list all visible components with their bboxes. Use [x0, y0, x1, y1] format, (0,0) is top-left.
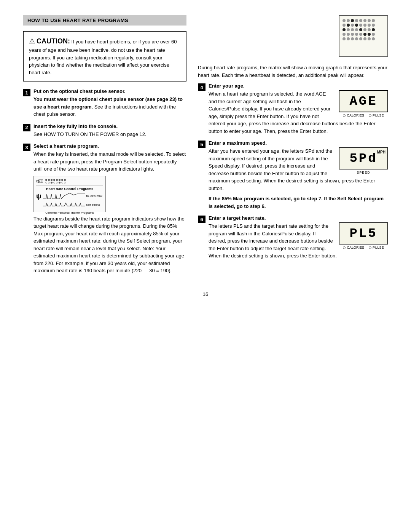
header-banner: HOW TO USE HEART RATE PROGRAMS	[23, 15, 186, 26]
pls-lcd-labels: CALORIES PULSE	[339, 246, 388, 249]
step-1: 1 Put on the optional chest pulse sensor…	[23, 88, 186, 118]
step-2-number: 2	[23, 124, 30, 131]
age-lcd-wrapper: AGE CALORIES PULSE	[339, 90, 388, 117]
step-5-bold-note: If the 85% Max program is selected, go t…	[209, 195, 388, 210]
wave-diagram-row: ψ to 85% max	[36, 192, 103, 200]
step-3: 3 Select a heart rate program. When the …	[23, 143, 186, 275]
step-6-title: Enter a target heart rate.	[209, 215, 388, 221]
step-2-body: See HOW TO TURN ON THE POWER on page 12.	[33, 131, 186, 138]
wave-svg	[43, 192, 85, 200]
program-diagram: Heart Rate Control Programs ψ to 85% max	[33, 176, 186, 212]
pls-calories-label: CALORIES	[347, 246, 364, 249]
pulse-label: PULSE	[373, 113, 384, 117]
y-icon: ψ	[36, 193, 41, 200]
step-1-body: You must wear the optional chest pulse s…	[33, 96, 186, 118]
spd-lcd-box: 5Pd MPH	[339, 147, 388, 169]
step-1-bold: You must wear the optional chest pulse s…	[33, 96, 183, 110]
left-column: HOW TO USE HEART RATE PROGRAMS ⚠CAUTION:…	[23, 15, 186, 280]
dot-matrix-3	[45, 179, 66, 184]
pls-calories-indicator: CALORIES	[343, 246, 364, 249]
age-lcd-display: AGE	[344, 94, 383, 109]
spd-lcd-wrapper: 5Pd MPH SPEED	[339, 147, 388, 174]
step-1-number: 1	[23, 89, 30, 96]
step-2-title: Insert the key fully into the console.	[33, 123, 186, 129]
step-3-content: Select a heart rate program. When the ke…	[33, 143, 186, 275]
step-2-content: Insert the key fully into the console. S…	[33, 123, 186, 138]
right-intro-text: During heart rate programs, the matrix w…	[198, 64, 388, 79]
step-4-title: Enter your age.	[209, 83, 388, 89]
wave-label-85: to 85% max	[86, 194, 102, 198]
step-6-number: 6	[198, 216, 206, 223]
pls-lcd-wrapper: PL5 CALORIES PULSE	[339, 222, 388, 249]
pls-pulse-indicator: PULSE	[369, 246, 384, 249]
header-banner-text: HOW TO USE HEART RATE PROGRAMS	[27, 18, 128, 23]
step-2: 2 Insert the key fully into the console.…	[23, 123, 186, 138]
step-4-number: 4	[198, 83, 206, 91]
step-3-number: 3	[23, 144, 30, 151]
step-5-content: Enter a maximum speed. 5Pd MPH SPEED Aft…	[209, 140, 388, 210]
step-4: 4 Enter your age. AGE CALORIES	[198, 83, 388, 135]
step-5-number: 5	[198, 141, 206, 148]
step-3-body-before: When the key is inserted, the manual mod…	[33, 150, 186, 173]
wave-svg-2	[43, 201, 85, 208]
step-6: 6 Enter a target heart rate. PL5 CALORIE…	[198, 215, 388, 260]
caution-icon: ⚠	[29, 37, 35, 45]
caution-title: CAUTION:	[37, 37, 70, 45]
matrix-display	[339, 15, 388, 57]
step-5: 5 Enter a maximum speed. 5Pd MPH SPEED A…	[198, 140, 388, 210]
speed-sublabel: SPEED	[339, 171, 388, 174]
page-container: HOW TO USE HEART RATE PROGRAMS ⚠CAUTION:…	[23, 15, 388, 297]
age-lcd-labels: CALORIES PULSE	[339, 113, 388, 117]
step-3-body-after: The diagrams beside the heart rate progr…	[33, 215, 186, 275]
step-6-content: Enter a target heart rate. PL5 CALORIES	[209, 215, 388, 260]
age-lcd-box: AGE	[339, 90, 388, 112]
pls-pulse-label: PULSE	[373, 246, 384, 249]
calories-label: CALORIES	[347, 113, 364, 117]
matrix-display-wrapper	[198, 15, 388, 61]
right-column: During heart rate programs, the matrix w…	[198, 15, 388, 265]
page-number: 16	[23, 291, 388, 297]
mph-label: MPH	[377, 150, 386, 154]
wave-label-self: self select	[86, 203, 100, 206]
key-icon	[36, 179, 43, 184]
hr-control-title: Heart Rate Control Programs	[36, 187, 103, 191]
caution-box: ⚠CAUTION: If you have heart problems, or…	[23, 31, 186, 81]
pulse-indicator: PULSE	[369, 113, 384, 117]
certified-label: Certified Personal Trainer Programs	[36, 210, 103, 214]
step-1-content: Put on the optional chest pulse sensor. …	[33, 88, 186, 118]
step-3-title: Select a heart rate program.	[33, 143, 186, 149]
svg-rect-0	[36, 181, 39, 182]
pls-lcd-display: PL5	[344, 226, 383, 241]
wave-diagram-row-2: ψ self select	[36, 201, 103, 208]
step-4-content: Enter your age. AGE CALORIES	[209, 83, 388, 135]
step-1-title: Put on the optional chest pulse sensor.	[33, 88, 186, 94]
calories-indicator: CALORIES	[343, 113, 364, 117]
pls-lcd-box: PL5	[339, 222, 388, 244]
step-5-title: Enter a maximum speed.	[209, 140, 388, 146]
